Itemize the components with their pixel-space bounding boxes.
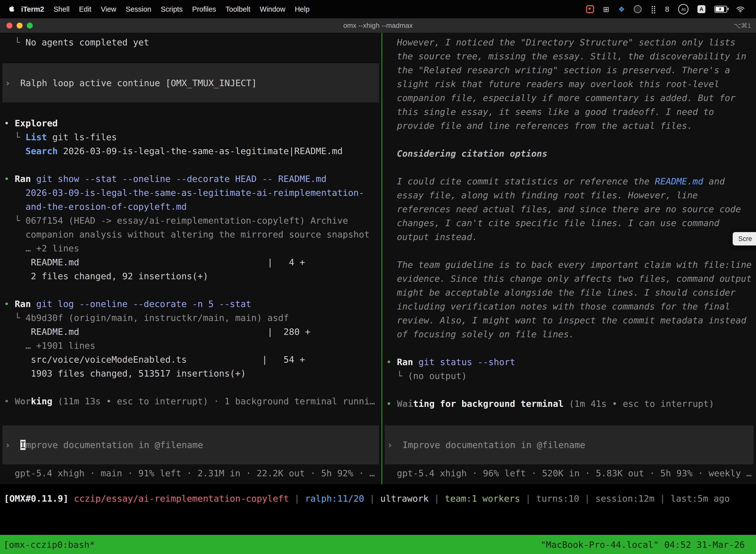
left-input-box[interactable]: › Improve documentation in @filename — [2, 426, 379, 464]
input-text: mprove documentation in @filename — [25, 440, 203, 450]
apple-icon — [8, 6, 14, 13]
menu-item-toolbelt[interactable]: Toolbelt — [221, 5, 255, 13]
edge-notification-tooltip: Scre — [733, 232, 756, 245]
menu-item-edit[interactable]: Edit — [74, 5, 96, 13]
reasoning-line: I could cite commit statistics or refere… — [382, 174, 756, 188]
apple-menu[interactable] — [0, 6, 16, 13]
menu-bar-status-icons: ⊞ ❖ ⣿ 8 .61 A — [586, 4, 756, 14]
terminal-line: 2026-03-09-is-legal-the-same-as-legitima… — [0, 186, 381, 200]
window-hotkey-badge: ⌥⌘1 — [734, 22, 756, 30]
reasoning-line: output instead. — [382, 230, 756, 244]
omx-branch-path: cczip/essay/ai-reimplementation-copyleft — [74, 493, 289, 504]
reasoning-line: evidence. Since this change only affects… — [382, 272, 756, 286]
wifi-arcs — [736, 6, 745, 12]
ran-command-line: • Ran git log --oneline --decorate -n 5 … — [0, 297, 381, 311]
diffstat-line: 2 files changed, 92 insertions(+) — [0, 269, 381, 283]
grid-icon[interactable]: ⊞ — [603, 5, 609, 14]
screen-recording-indicator-icon[interactable] — [586, 5, 594, 13]
reasoning-line: this single essay, it seems like a good … — [382, 105, 756, 119]
charging-bolt-icon — [718, 6, 722, 12]
diffstat-line: README.md | 4 + — [0, 256, 381, 269]
right-input-box[interactable]: › Improve documentation in @filename — [385, 426, 754, 464]
menu-bar: iTerm2 Shell Edit View Session Scripts P… — [0, 0, 756, 18]
explored-header-line: • Explored — [0, 116, 381, 130]
menu-item-help[interactable]: Help — [290, 5, 314, 13]
reasoning-line: The team guideline is to back every impo… — [382, 258, 756, 272]
right-pane: However, I noticed the "Directory Struct… — [382, 33, 756, 484]
working-status-line: • Working (11m 13s • esc to interrupt) ·… — [0, 394, 381, 408]
reasoning-line: of focusing solely on file lines. — [382, 327, 756, 341]
terminal-line: └ 067f154 (HEAD -> essay/ai-reimplementa… — [0, 214, 381, 228]
menu-item-scripts[interactable]: Scripts — [156, 5, 188, 13]
reasoning-line: the source tree, missing the essay. Stil… — [382, 49, 756, 63]
menu-item-shell[interactable]: Shell — [49, 5, 74, 13]
reasoning-line: might be acceptable alongside the file l… — [382, 286, 756, 299]
terminal-line: └ No agents completed yet — [0, 36, 381, 49]
terminal-line: Search 2026-03-09-is-legal-the-same-as-l… — [0, 144, 381, 158]
terminal-line: and-the-erosion-of-copyleft.md — [0, 200, 381, 214]
reasoning-line: However, I noticed the "Directory Struct… — [382, 36, 756, 49]
reasoning-line: provide file and line references from th… — [382, 119, 756, 133]
left-pane: └ No agents completed yet ›Ralph loop ac… — [0, 33, 381, 484]
tmux-session-window[interactable]: [omx-cczip0:bash* — [3, 540, 95, 550]
omx-ralph-counter: ralph:11/20 — [305, 493, 364, 504]
omx-session-time: session:12m — [595, 493, 654, 504]
wifi-icon[interactable] — [736, 6, 745, 12]
tmux-host-clock: "MacBook-Pro-44.local" 04:52 31-Mar-26 — [541, 540, 745, 550]
battery-icon[interactable] — [714, 6, 727, 13]
diffstat-line: src/voice/voiceModeEnabled.ts | 54 + — [0, 353, 381, 367]
omx-mode: ultrawork — [380, 493, 429, 504]
menu-item-session[interactable]: Session — [121, 5, 156, 13]
reasoning-line: references need actual files, and since … — [382, 202, 756, 216]
omx-status-bar: [OMX#0.11.9] cczip/essay/ai-reimplementa… — [0, 484, 756, 535]
input-text: Improve documentation in @filename — [402, 440, 585, 450]
tmux-status-bar: [omx-cczip0:bash* "MacBook-Pro-44.local"… — [0, 535, 756, 554]
menu-item-iterm2[interactable]: iTerm2 — [16, 5, 49, 13]
reasoning-line: companion file, especially if more comme… — [382, 91, 756, 105]
reasoning-heading: Considering citation options — [382, 147, 756, 161]
tmux-panes: └ No agents completed yet ›Ralph loop ac… — [0, 33, 756, 484]
ran-command-line: • Ran git show --stat --oneline --decora… — [0, 172, 381, 186]
terminal-line: … +1901 lines — [0, 339, 381, 353]
omx-version: [OMX#0.11.9] — [4, 493, 74, 504]
terminal-line: companion analysis without altering the … — [0, 228, 381, 241]
omx-team: team:1 workers — [445, 493, 520, 504]
menu-item-profiles[interactable]: Profiles — [188, 5, 221, 13]
waiting-status-line: • Waiting for background terminal (1m 41… — [382, 397, 756, 411]
terminal-line: └ List git ls-files — [0, 130, 381, 144]
dark-app-icon[interactable] — [634, 5, 642, 13]
terminal-line: └ 4b9d30f (origin/main, instructkr/main,… — [0, 311, 381, 325]
screen: iTerm2 Shell Edit View Session Scripts P… — [0, 0, 756, 554]
battery-gauge-icon[interactable]: .61 — [678, 4, 689, 14]
prompt-chevron: › — [387, 440, 393, 450]
block-cursor: I — [20, 440, 26, 450]
readme-link[interactable]: README.md — [655, 176, 703, 186]
diffstat-line: README.md | 280 + — [0, 325, 381, 339]
menu-item-view[interactable]: View — [96, 5, 121, 13]
terminal-line: └ (no output) — [382, 369, 756, 383]
omx-last-activity: last:5m ago — [671, 493, 730, 504]
diffstat-line: 1903 files changed, 513517 insertions(+) — [0, 367, 381, 381]
input-source-icon[interactable]: A — [697, 5, 705, 13]
omx-turns: turns:10 — [536, 493, 579, 504]
reasoning-line: the "Related research writing" section i… — [382, 63, 756, 77]
left-model-status-line: gpt-5.4 xhigh · main · 91% left · 2.31M … — [0, 466, 381, 480]
prompt-chevron: › — [5, 440, 10, 450]
reasoning-line: including verification notes with those … — [382, 299, 756, 314]
ran-command-line: • Ran git status --short — [382, 355, 756, 369]
apps-grid-icon[interactable]: ⣿ — [650, 5, 656, 14]
reasoning-line: review. Also, I might want to inspect th… — [382, 314, 756, 327]
reasoning-line: changes, I can't cite specific file line… — [382, 216, 756, 230]
window-title: omx --xhigh --madmax — [0, 21, 756, 30]
reasoning-line: essay file, along with finding root file… — [382, 188, 756, 202]
terminal-line: … +2 lines — [0, 241, 381, 256]
terminal: └ No agents completed yet ›Ralph loop ac… — [0, 33, 756, 554]
figure-icon[interactable]: 8 — [665, 5, 669, 13]
ralph-loop-banner: ›Ralph loop active continue [OMX_TMUX_IN… — [2, 63, 379, 103]
menu-item-window[interactable]: Window — [255, 5, 290, 13]
reasoning-line: slight risk that future readers may over… — [382, 77, 756, 91]
blue-app-icon[interactable]: ❖ — [618, 5, 625, 14]
right-model-status-line: gpt-5.4 xhigh · 96% left · 520K in · 5.8… — [382, 466, 756, 480]
window-title-bar: omx --xhigh --madmax ⌥⌘1 — [0, 18, 756, 33]
